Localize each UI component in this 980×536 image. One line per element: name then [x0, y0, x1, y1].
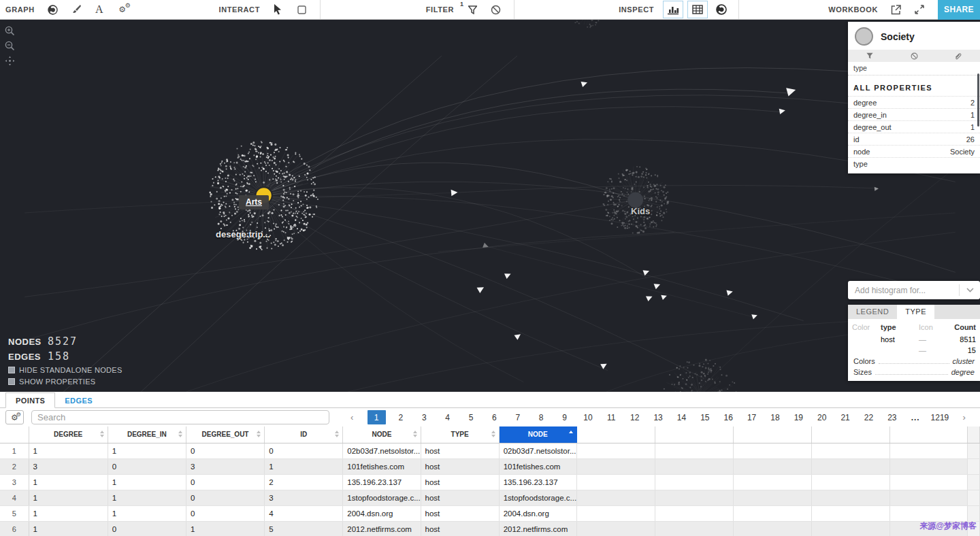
page-button-5[interactable]: 5	[463, 410, 479, 424]
data-table-icon[interactable]	[687, 1, 708, 18]
page-button-2[interactable]: 2	[393, 410, 409, 424]
histograms-icon[interactable]	[663, 1, 683, 18]
column-header-degree_out[interactable]: DEGREE_OUT	[186, 426, 264, 443]
show-properties-checkbox[interactable]: SHOW PROPERTIES	[8, 378, 122, 386]
table-row[interactable]: 411031stopfoodstorage.c...host1stopfoods…	[0, 490, 980, 505]
hide-standalone-checkbox[interactable]: HIDE STANDALONE NODES	[8, 366, 122, 374]
tab-type[interactable]: TYPE	[897, 305, 934, 319]
inspector-scrollbar[interactable]	[977, 73, 979, 127]
add-histogram-dropdown[interactable]: Add histogram for...	[848, 281, 980, 299]
filter-icon[interactable]	[848, 52, 892, 59]
property-row[interactable]: id26	[848, 133, 980, 145]
table-row[interactable]: 31102135.196.23.137host135.196.23.137	[0, 474, 980, 490]
sort-icon[interactable]	[413, 431, 417, 437]
sort-icon[interactable]	[569, 431, 573, 433]
sort-icon[interactable]	[100, 431, 104, 437]
center-view-icon[interactable]	[5, 56, 16, 67]
tab-points[interactable]: POINTS	[5, 392, 55, 408]
page-button-15[interactable]: 15	[697, 410, 713, 424]
property-row[interactable]: degree_out1	[848, 120, 980, 133]
zoom-out-icon[interactable]	[5, 41, 16, 52]
page-button-16[interactable]: 16	[720, 410, 736, 424]
column-header-degree[interactable]: DEGREE	[29, 426, 108, 443]
property-row[interactable]: nodeSociety	[848, 145, 980, 157]
property-key: degree_out	[853, 123, 892, 131]
column-header-type[interactable]: TYPE	[421, 426, 499, 443]
empty-column-header	[734, 426, 812, 443]
exclusion-icon[interactable]	[484, 0, 507, 20]
legend-row[interactable]: host—8511	[848, 334, 980, 345]
page-button-20[interactable]: 20	[814, 410, 830, 424]
legend-row[interactable]: —15	[848, 345, 980, 356]
edge-arrow	[751, 313, 758, 320]
settings-gears-icon[interactable]: ⚙⚙	[111, 0, 134, 20]
page-button-11[interactable]: 11	[603, 410, 619, 424]
cluster-label-kids[interactable]: Kids	[631, 206, 650, 216]
page-button-7[interactable]: 7	[510, 410, 526, 424]
pinned-attribute-row[interactable]: type	[848, 62, 980, 76]
select-box-icon[interactable]	[290, 0, 313, 20]
page-button-4[interactable]: 4	[440, 410, 456, 424]
column-header-node[interactable]: NODE	[499, 426, 576, 443]
page-button-6[interactable]: 6	[486, 410, 502, 424]
page-button-12[interactable]: 12	[627, 410, 643, 424]
page-button-9[interactable]: 9	[557, 410, 573, 424]
page-next-button[interactable]: ›	[956, 410, 973, 424]
page-button-1219[interactable]: 1219	[931, 410, 949, 424]
empty-cell	[655, 458, 734, 474]
share-button[interactable]: SHARE	[938, 0, 980, 20]
table-row[interactable]: 1110002b03d7.netsolstor...host02b03d7.ne…	[0, 443, 980, 458]
table-row[interactable]: 610152012.netfirms.comhost2012.netfirms.…	[0, 521, 980, 536]
page-prev-button[interactable]: ‹	[344, 410, 360, 424]
selected-node-tooltip[interactable]: Arts	[239, 195, 269, 210]
fullscreen-icon[interactable]	[908, 0, 931, 20]
property-row[interactable]: degree_in1	[848, 108, 980, 120]
sort-icon[interactable]	[257, 431, 261, 437]
paintbrush-icon[interactable]	[65, 0, 88, 20]
chevron-down-icon[interactable]	[960, 288, 980, 292]
page-button-8[interactable]: 8	[533, 410, 549, 424]
page-button-1[interactable]: 1	[368, 410, 386, 424]
filter-funnel-icon[interactable]: 1	[461, 0, 484, 20]
page-button-17[interactable]: 17	[744, 410, 760, 424]
table-row[interactable]: 23031101fetishes.comhost101fetishes.com	[0, 458, 980, 474]
font-icon[interactable]: A	[88, 0, 111, 20]
pin-icon[interactable]	[936, 52, 980, 60]
column-header-degree_in[interactable]: DEGREE_IN	[108, 426, 186, 443]
cluster-label-desege[interactable]: desege.trip...	[216, 229, 270, 239]
layout-play-icon[interactable]	[42, 0, 65, 20]
column-header-id[interactable]: ID	[265, 426, 343, 443]
page-button-23[interactable]: 23	[884, 410, 900, 424]
empty-column-header	[889, 426, 967, 443]
open-workbook-icon[interactable]	[885, 0, 908, 20]
page-button-14[interactable]: 14	[673, 410, 689, 424]
checkbox-icon[interactable]	[8, 378, 15, 385]
property-row[interactable]: degree2	[848, 96, 980, 108]
search-input[interactable]	[31, 410, 329, 424]
sort-icon[interactable]	[178, 431, 182, 437]
legend-sizes-row: Sizes degree	[848, 367, 980, 378]
data-brush-icon[interactable]	[710, 0, 733, 20]
table-row[interactable]: 511042004.dsn.orghost2004.dsn.org	[0, 505, 980, 521]
sort-icon[interactable]	[335, 431, 339, 437]
tab-edges[interactable]: EDGES	[55, 393, 102, 407]
table-settings-button[interactable]: ⚙⚙	[5, 410, 24, 424]
exclude-icon[interactable]	[892, 52, 936, 60]
checkbox-icon[interactable]	[8, 367, 15, 373]
zoom-in-icon[interactable]	[5, 26, 16, 37]
page-button-10[interactable]: 10	[580, 410, 596, 424]
column-header-node[interactable]: NODE	[343, 426, 421, 443]
page-button-21[interactable]: 21	[837, 410, 853, 424]
page-button-19[interactable]: 19	[790, 410, 806, 424]
table-scrollbar-track[interactable]	[967, 426, 979, 443]
property-row[interactable]: type	[848, 157, 980, 169]
graph-canvas[interactable]: Arts desege.trip... Kids NODES 8527 EDGE…	[0, 20, 980, 392]
tab-legend[interactable]: LEGEND	[848, 305, 897, 319]
page-ellipsis[interactable]: ...	[907, 410, 924, 424]
page-button-13[interactable]: 13	[650, 410, 666, 424]
page-button-18[interactable]: 18	[767, 410, 783, 424]
page-button-3[interactable]: 3	[416, 410, 432, 424]
sort-icon[interactable]	[491, 431, 495, 437]
cursor-icon[interactable]	[267, 0, 290, 20]
page-button-22[interactable]: 22	[860, 410, 877, 424]
